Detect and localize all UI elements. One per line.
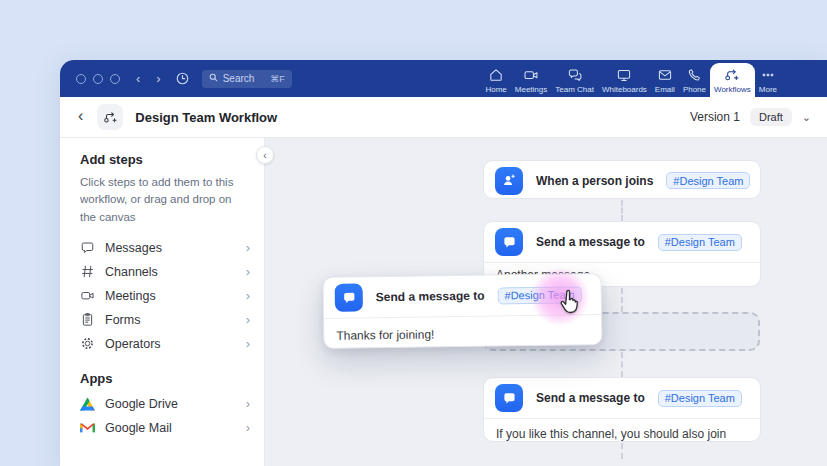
google-drive-icon: [80, 397, 95, 411]
chat-bubble-icon: [335, 283, 363, 311]
main-nav: Home Meetings Team Chat Whiteboards Emai…: [481, 60, 781, 97]
nav-label: Phone: [683, 85, 706, 94]
connector-line: [621, 443, 623, 459]
connector-line: [621, 200, 623, 221]
sidebar-item-label: Meetings: [105, 289, 156, 303]
card-title: When a person joins: [536, 174, 653, 188]
app-window: ‹ › Search ⌘F Home: [60, 60, 827, 466]
ellipsis-icon: [760, 67, 776, 83]
nav-item-workflows[interactable]: Workflows: [710, 63, 755, 97]
sidebar-item-label: Channels: [105, 265, 158, 279]
nav-label: Meetings: [515, 85, 547, 94]
chevron-right-icon: ›: [246, 420, 250, 435]
clipboard-icon: [80, 312, 95, 327]
nav-back-button[interactable]: ‹: [134, 72, 142, 85]
home-icon: [488, 67, 504, 83]
workflow-toolbar: ‹ Design Team Workflow Version 1 Draft ⌄: [60, 97, 827, 138]
add-steps-sidebar: Add steps Click steps to add them to thi…: [60, 138, 265, 466]
nav-item-home[interactable]: Home: [481, 63, 510, 97]
page-title: Design Team Workflow: [135, 110, 277, 125]
connector-line: [621, 288, 623, 312]
sidebar-description: Click steps to add them to this workflow…: [80, 174, 250, 226]
sidebar-item-label: Messages: [105, 241, 162, 255]
hand-cursor-icon: [555, 288, 583, 320]
chat-bubbles-icon: [567, 67, 583, 83]
sidebar-item-google-mail[interactable]: Google Mail ›: [80, 416, 250, 440]
sidebar-heading: Add steps: [80, 152, 250, 167]
sidebar-item-channels[interactable]: Channels ›: [80, 260, 250, 284]
chevron-right-icon: ›: [246, 396, 250, 411]
hash-icon: [80, 264, 95, 279]
message-card[interactable]: Send a message to #Design Team If you li…: [483, 377, 761, 442]
nav-label: Whiteboards: [602, 85, 647, 94]
workflow-type-chip: [97, 104, 123, 130]
window-controls[interactable]: [76, 74, 120, 84]
window-zoom-button[interactable]: [110, 74, 120, 84]
video-camera-icon: [80, 288, 95, 303]
message-body: If you like this channel, you should als…: [484, 418, 760, 442]
window-close-button[interactable]: [76, 74, 86, 84]
sidebar-item-label: Forms: [105, 313, 140, 327]
chevron-right-icon: ›: [246, 336, 250, 351]
sidebar-item-label: Operators: [105, 337, 161, 351]
video-camera-icon: [523, 67, 539, 83]
version-dropdown-chevron-icon[interactable]: ⌄: [802, 111, 813, 124]
sidebar-item-messages[interactable]: Messages ›: [80, 236, 250, 260]
person-add-icon: [495, 167, 523, 195]
chevron-right-icon: ›: [246, 312, 250, 327]
sidebar-item-operators[interactable]: Operators ›: [80, 332, 250, 356]
search-icon: [209, 73, 218, 84]
back-button[interactable]: ‹: [78, 107, 89, 127]
nav-item-more[interactable]: More: [755, 63, 781, 97]
chevron-right-icon: ›: [246, 264, 250, 279]
workflow-icon: [724, 67, 740, 83]
nav-item-whiteboards[interactable]: Whiteboards: [598, 63, 651, 97]
card-title: Send a message to: [376, 289, 485, 305]
workflow-icon: [103, 110, 118, 125]
workflow-canvas[interactable]: When a person joins #Design Team Send a …: [265, 138, 827, 466]
chat-bubble-icon: [495, 384, 523, 412]
search-shortcut: ⌘F: [270, 74, 285, 84]
phone-icon: [686, 67, 702, 83]
channel-pill[interactable]: #Design Team: [658, 390, 742, 407]
search-input[interactable]: Search ⌘F: [202, 70, 292, 88]
nav-label: Workflows: [714, 85, 751, 94]
sidebar-item-google-drive[interactable]: Google Drive ›: [80, 392, 250, 416]
card-title: Send a message to: [536, 235, 645, 249]
apps-heading: Apps: [80, 371, 250, 386]
status-badge: Draft: [750, 108, 792, 126]
nav-forward-button[interactable]: ›: [154, 72, 162, 85]
nav-item-email[interactable]: Email: [651, 63, 679, 97]
nav-item-phone[interactable]: Phone: [679, 63, 710, 97]
sidebar-item-forms[interactable]: Forms ›: [80, 308, 250, 332]
nav-item-meetings[interactable]: Meetings: [511, 63, 551, 97]
nav-label: Home: [485, 85, 506, 94]
top-bar: ‹ › Search ⌘F Home: [60, 60, 827, 97]
sidebar-collapse-button[interactable]: ‹: [256, 146, 274, 164]
nav-label: Email: [655, 85, 675, 94]
search-placeholder: Search: [223, 73, 255, 84]
gear-icon: [80, 336, 95, 351]
envelope-icon: [657, 67, 673, 83]
chevron-right-icon: ›: [246, 240, 250, 255]
history-icon[interactable]: [175, 71, 190, 86]
trigger-card[interactable]: When a person joins #Design Team: [483, 160, 761, 199]
connector-line: [621, 352, 623, 377]
channel-pill[interactable]: #Design Team: [666, 172, 750, 189]
chat-bubble-icon: [80, 240, 95, 255]
chat-bubble-icon: [495, 228, 523, 256]
card-title: Send a message to: [536, 391, 645, 405]
nav-item-team-chat[interactable]: Team Chat: [551, 63, 598, 97]
window-minimize-button[interactable]: [93, 74, 103, 84]
sidebar-item-label: Google Mail: [105, 421, 172, 435]
version-label: Version 1: [690, 110, 740, 124]
chevron-right-icon: ›: [246, 288, 250, 303]
sidebar-item-label: Google Drive: [105, 397, 178, 411]
nav-label: Team Chat: [555, 85, 594, 94]
nav-label: More: [759, 85, 777, 94]
gmail-icon: [80, 422, 95, 434]
channel-pill[interactable]: #Design Team: [658, 234, 742, 251]
whiteboard-icon: [616, 67, 632, 83]
sidebar-item-meetings[interactable]: Meetings ›: [80, 284, 250, 308]
